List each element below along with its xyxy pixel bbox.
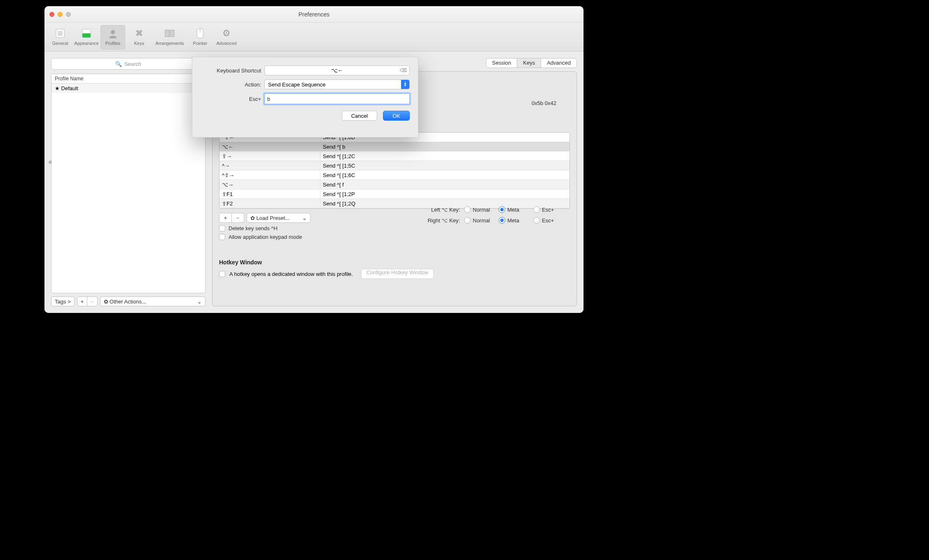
- keys-icon: ⌘: [133, 27, 146, 40]
- subtab-advanced[interactable]: Advanced: [541, 58, 577, 68]
- search-placeholder: Search: [124, 61, 141, 67]
- table-row[interactable]: ⇧F1Send ^[ [1;2P: [219, 189, 570, 199]
- table-row[interactable]: ⌥←Send ^[ b: [219, 142, 570, 152]
- left-option-row: Left ⌥ Key: Normal Meta Esc+: [418, 204, 564, 215]
- table-row[interactable]: ⌥→Send ^[ f: [219, 180, 570, 189]
- delete-sends-ctrlh-row: Delete key sends ^H: [219, 225, 570, 231]
- profile-list-header: Profile Name: [51, 74, 205, 84]
- left-normal-radio[interactable]: [464, 206, 471, 213]
- other-actions-menu[interactable]: ✿ Other Actions... ⌄: [100, 296, 206, 306]
- pointer-icon: [194, 27, 207, 40]
- allow-keypad-checkbox[interactable]: [219, 234, 225, 240]
- table-row[interactable]: ⇧→Send ^[ [1;2C: [219, 152, 570, 161]
- hotkey-section-title: Hotkey Window: [219, 259, 570, 266]
- svg-rect-3: [82, 33, 91, 37]
- esc-label: Esc+: [201, 96, 264, 102]
- chevron-down-icon: ⌄: [302, 215, 307, 221]
- load-preset-menu[interactable]: ✿ Load Preset... ⌄: [247, 213, 310, 223]
- left-meta-radio[interactable]: [499, 206, 505, 213]
- add-profile-button[interactable]: +: [77, 296, 88, 306]
- gear-icon: ⚙: [220, 27, 233, 40]
- resize-handle[interactable]: [49, 161, 52, 164]
- allow-keypad-label: Allow application keypad mode: [229, 234, 302, 240]
- add-key-button[interactable]: ＋: [219, 213, 232, 223]
- esc-sequence-input[interactable]: [264, 93, 410, 104]
- key-mapping-table[interactable]: ^⇧←Send ^[ [1;6D ⌥←Send ^[ b ⇧→Send ^[ […: [219, 132, 570, 209]
- hotkey-row: A hotkey opens a dedicated window with t…: [219, 269, 570, 279]
- general-icon: [54, 27, 67, 40]
- shortcut-value: ⌥←: [331, 67, 343, 74]
- right-normal-radio[interactable]: [464, 217, 471, 224]
- tab-keys[interactable]: ⌘ Keys: [127, 25, 152, 49]
- profile-actions-bar: Tags > + – ✿ Other Actions... ⌄: [51, 296, 205, 306]
- profiles-sidebar: 🔍 Search Profile Name ★ Default Tags > +…: [51, 58, 205, 306]
- subtab-keys[interactable]: Keys: [517, 58, 541, 68]
- table-row[interactable]: ^⇧→Send ^[ [1;6C: [219, 170, 570, 180]
- configure-hotkey-button[interactable]: Configure Hotkey Window: [361, 269, 434, 279]
- preferences-toolbar: General Appearance Profiles ⌘ Keys Arran…: [44, 23, 584, 51]
- tab-pointer[interactable]: Pointer: [188, 25, 212, 49]
- hotkey-label: A hotkey opens a dedicated window with t…: [229, 271, 353, 277]
- tags-button[interactable]: Tags >: [51, 296, 75, 306]
- remove-key-button[interactable]: －: [232, 213, 244, 223]
- search-icon: 🔍: [115, 61, 122, 67]
- profile-row-default[interactable]: ★ Default: [51, 84, 205, 93]
- delete-sends-ctrlh-checkbox[interactable]: [219, 225, 225, 231]
- left-esc-radio[interactable]: [533, 206, 540, 213]
- shortcut-label: Keyboard Shortcut: [201, 68, 264, 74]
- action-select[interactable]: Send Escape Sequence ▲▼: [264, 79, 410, 89]
- clear-shortcut-icon[interactable]: ⌫: [400, 68, 407, 73]
- allow-keypad-row: Allow application keypad mode: [219, 234, 570, 240]
- svg-point-4: [111, 30, 115, 34]
- ok-button[interactable]: OK: [383, 111, 410, 121]
- action-value: Send Escape Sequence: [268, 82, 326, 88]
- tab-appearance[interactable]: Appearance: [74, 25, 99, 49]
- edit-key-mapping-sheet: Keyboard Shortcut ⌥← ⌫ Action: Send Esca…: [192, 57, 418, 138]
- subtab-session[interactable]: Session: [486, 58, 517, 68]
- profile-list[interactable]: Profile Name ★ Default: [51, 74, 205, 293]
- hotkey-checkbox[interactable]: [219, 271, 225, 277]
- delete-sends-ctrlh-label: Delete key sends ^H: [229, 225, 278, 231]
- right-meta-radio[interactable]: [499, 217, 505, 224]
- titlebar: Preferences: [44, 6, 584, 23]
- search-input[interactable]: 🔍 Search: [51, 58, 205, 70]
- profiles-icon: [106, 27, 119, 40]
- tab-general[interactable]: General: [48, 25, 72, 49]
- appearance-icon: [80, 27, 93, 40]
- tab-arrangements[interactable]: Arrangements: [153, 25, 186, 49]
- shortcut-field[interactable]: ⌥← ⌫: [264, 65, 410, 75]
- right-option-label: Right ⌥ Key:: [418, 217, 460, 224]
- remove-profile-button[interactable]: –: [87, 296, 97, 306]
- chevron-down-icon: ⌄: [197, 299, 202, 305]
- right-esc-radio[interactable]: [533, 217, 540, 224]
- svg-rect-1: [58, 31, 63, 36]
- option-key-radios: Left ⌥ Key: Normal Meta Esc+ Right ⌥ Key…: [418, 204, 564, 226]
- svg-rect-6: [170, 30, 174, 37]
- action-label: Action:: [201, 82, 264, 88]
- tab-advanced[interactable]: ⚙ Advanced: [214, 25, 239, 49]
- svg-rect-5: [165, 30, 169, 37]
- table-overflow-text: 0x5b 0x42: [532, 100, 556, 106]
- cancel-button[interactable]: Cancel: [342, 111, 377, 121]
- arrangements-icon: [163, 27, 176, 40]
- tab-profiles[interactable]: Profiles: [100, 25, 125, 49]
- select-arrow-icon: ▲▼: [401, 80, 409, 89]
- table-row[interactable]: ^→Send ^[ [1;5C: [219, 161, 570, 170]
- preferences-window: Preferences General Appearance Profiles …: [44, 6, 584, 313]
- right-option-row: Right ⌥ Key: Normal Meta Esc+: [418, 215, 564, 226]
- window-title: Preferences: [44, 11, 584, 18]
- left-option-label: Left ⌥ Key:: [418, 207, 460, 213]
